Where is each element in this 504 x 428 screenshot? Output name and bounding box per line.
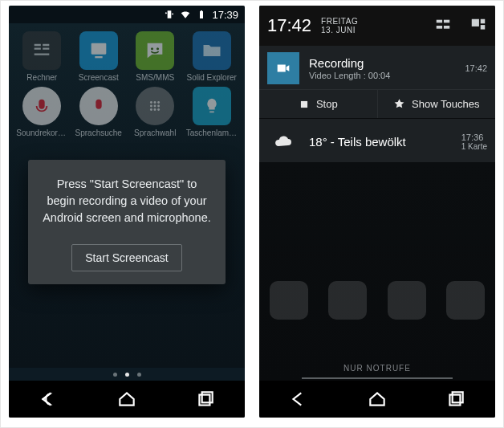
- svg-rect-14: [202, 392, 213, 402]
- svg-point-7: [150, 105, 152, 108]
- svg-point-9: [157, 105, 160, 108]
- phone-right-shade: 17:42 FREITAG 13. JUNI Recording Vid: [259, 6, 495, 418]
- recents-button[interactable]: [195, 389, 216, 410]
- status-time: 17:39: [212, 9, 238, 21]
- notification-title: Recording: [309, 56, 455, 70]
- dialog-message: Press "Start Screencast" to begin record…: [43, 176, 211, 226]
- screencast-dialog: Press "Start Screencast" to begin record…: [28, 160, 226, 284]
- svg-point-2: [151, 47, 153, 50]
- star-icon: [393, 98, 405, 110]
- app-taschenlampe[interactable]: Taschenlampe: [185, 87, 239, 137]
- recents-button[interactable]: [445, 389, 466, 410]
- shade-clock[interactable]: 17:42: [267, 15, 311, 36]
- svg-point-3: [156, 47, 159, 50]
- app-label: Sprachsuche: [75, 128, 122, 137]
- svg-rect-16: [444, 20, 449, 23]
- back-button[interactable]: [288, 389, 309, 410]
- svg-rect-13: [199, 395, 209, 406]
- svg-point-4: [150, 101, 152, 104]
- home-button[interactable]: [116, 389, 137, 410]
- home-screen[interactable]: Rechner Screencast SMS/MMS: [9, 23, 245, 368]
- svg-rect-23: [449, 395, 460, 406]
- app-label: Solid Explorer: [187, 73, 237, 82]
- calculator-icon: [22, 31, 61, 70]
- svg-rect-0: [91, 43, 106, 55]
- svg-rect-15: [437, 20, 442, 23]
- shade-date[interactable]: FREITAG 13. JUNI: [321, 17, 358, 35]
- mic-icon: [79, 87, 118, 125]
- app-label: Rechner: [26, 73, 57, 82]
- action-stop[interactable]: Stop: [259, 90, 377, 118]
- svg-point-6: [157, 101, 160, 104]
- svg-rect-21: [481, 25, 486, 30]
- dialpad-icon: [136, 87, 174, 125]
- weather-time: 17:36: [461, 132, 487, 142]
- app-soundrekorder[interactable]: Soundrekorder: [15, 87, 69, 137]
- ghost-apps: [259, 281, 495, 329]
- cast-icon: [79, 31, 118, 70]
- action-touches-label: Show Touches: [412, 98, 479, 110]
- emergency-only-label: NUR NOTRUFE: [259, 364, 495, 373]
- app-label: Soundrekorder: [16, 128, 67, 137]
- nav-bar: [9, 381, 245, 418]
- svg-point-11: [154, 108, 156, 111]
- action-show-touches[interactable]: Show Touches: [377, 90, 496, 118]
- page-dot: [137, 373, 141, 377]
- cloud-icon: [267, 125, 299, 157]
- notification-time: 17:42: [465, 63, 487, 73]
- folder-icon: [193, 31, 231, 70]
- app-solid-explorer[interactable]: Solid Explorer: [185, 31, 239, 82]
- page-dot: [113, 373, 117, 377]
- svg-rect-17: [437, 26, 442, 29]
- quick-settings-icon[interactable]: [434, 17, 452, 35]
- page-dot-active: [125, 373, 129, 377]
- svg-rect-22: [301, 100, 307, 107]
- app-rechner[interactable]: Rechner: [15, 31, 69, 82]
- svg-rect-24: [453, 392, 463, 402]
- camera-icon: [267, 52, 299, 84]
- app-label: SMS/MMS: [136, 73, 174, 82]
- home-button[interactable]: [367, 389, 388, 410]
- notification-subtitle: Video Length : 00:04: [309, 71, 455, 80]
- app-sprachwahl[interactable]: Sprachwahl: [128, 87, 182, 137]
- svg-rect-1: [95, 56, 102, 58]
- shade-header: 17:42 FREITAG 13. JUNI: [259, 6, 495, 46]
- svg-point-5: [154, 101, 156, 104]
- status-bar: 17:39: [9, 6, 245, 23]
- start-screencast-button[interactable]: Start Screencast: [71, 244, 182, 271]
- shade-body[interactable]: NUR NOTRUFE: [259, 163, 495, 381]
- action-stop-label: Stop: [316, 98, 338, 110]
- back-button[interactable]: [38, 389, 59, 410]
- stop-icon: [299, 99, 310, 110]
- shade-handle[interactable]: [302, 377, 453, 379]
- app-screencast[interactable]: Screencast: [72, 31, 126, 82]
- weather-count: 1 Karte: [461, 142, 487, 151]
- weather-title: 18° - Teils bewölkt: [309, 135, 452, 149]
- svg-point-10: [150, 108, 152, 111]
- battery-icon: [196, 9, 207, 20]
- app-sms[interactable]: SMS/MMS: [128, 31, 182, 82]
- shade-day: 13. JUNI: [321, 26, 358, 35]
- app-label: Taschenlampe: [186, 128, 238, 137]
- settings-profile-icon[interactable]: [469, 17, 487, 35]
- record-icon: [22, 87, 61, 125]
- notification-weather[interactable]: 18° - Teils bewölkt 17:36 1 Karte: [259, 119, 495, 163]
- bulb-icon: [193, 87, 231, 125]
- svg-rect-19: [472, 19, 479, 26]
- app-sprachsuche[interactable]: Sprachsuche: [72, 87, 126, 137]
- vibrate-icon: [164, 9, 175, 20]
- svg-point-12: [157, 108, 160, 111]
- notification-recording[interactable]: Recording Video Length : 00:04 17:42 Sto…: [259, 46, 495, 119]
- sms-icon: [136, 31, 174, 70]
- svg-rect-18: [444, 26, 449, 29]
- wifi-icon: [180, 9, 191, 20]
- app-label: Sprachwahl: [134, 128, 176, 137]
- svg-point-8: [154, 105, 156, 108]
- phone-left-home: 17:39 Rechner Screencast: [9, 6, 245, 418]
- nav-bar: [259, 381, 495, 418]
- app-grid: Rechner Screencast SMS/MMS: [15, 31, 238, 137]
- svg-rect-20: [481, 19, 486, 24]
- shade-weekday: FREITAG: [321, 17, 358, 26]
- page-indicator[interactable]: [9, 368, 245, 381]
- app-label: Screencast: [79, 73, 119, 82]
